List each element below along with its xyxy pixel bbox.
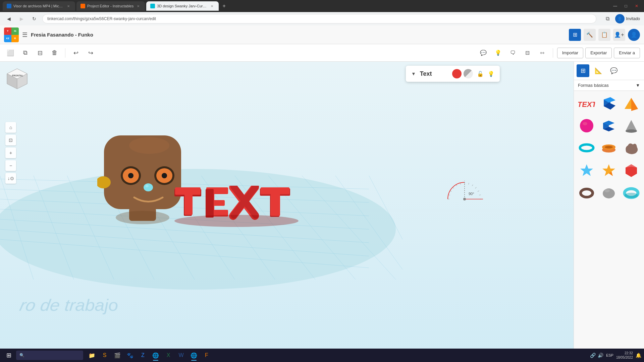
layers-button[interactable]: 📋 — [598, 29, 610, 41]
taskbar-search[interactable]: 🔍 — [16, 351, 83, 360]
network-icon[interactable]: 🔗 — [590, 353, 596, 358]
shape-pyramid[interactable] — [621, 94, 641, 114]
shape-star-3d[interactable] — [599, 160, 619, 180]
comment-button[interactable]: 💬 — [477, 47, 490, 59]
shapes-panel-button[interactable]: ⊞ — [577, 64, 589, 77]
logo-ke: KE — [4, 35, 11, 42]
category-dropdown-arrow[interactable]: ▼ — [636, 83, 640, 88]
taskbar-word[interactable]: W — [175, 349, 187, 361]
menu-icon[interactable]: ☰ — [22, 31, 28, 39]
toolbar-right: ⊞ 🔨 📋 👤+ 👤 — [569, 29, 640, 41]
export-button[interactable]: Exportar — [585, 48, 612, 58]
svg-line-60 — [472, 185, 473, 186]
shape-hexbox[interactable] — [621, 160, 641, 180]
tab-close-3[interactable]: ✕ — [209, 4, 215, 9]
forward-button[interactable]: ▶ — [17, 14, 26, 23]
light-button[interactable]: 💡 — [488, 71, 494, 77]
home-view-button[interactable]: ⌂ — [5, 122, 16, 133]
ruler-panel-button[interactable]: 📐 — [592, 64, 605, 77]
panel-collapse-button[interactable]: ▼ — [411, 71, 416, 76]
extensions-icon[interactable]: ⧉ — [603, 14, 612, 23]
shape-ring[interactable] — [599, 138, 619, 158]
shape-ring2[interactable] — [577, 182, 597, 202]
taskbar-app4[interactable]: 🐾 — [124, 349, 136, 361]
taskbar-media[interactable]: 🎬 — [111, 349, 123, 361]
taskbar-explorer[interactable]: 📁 — [86, 349, 98, 361]
solid-color-swatch[interactable] — [452, 69, 462, 78]
taskbar-chrome[interactable]: 🌐 — [150, 349, 162, 361]
shape-cone[interactable] — [621, 116, 641, 136]
view-cube-container[interactable]: FRONTAL — [5, 67, 29, 92]
chat-panel-button[interactable]: 💬 — [607, 64, 620, 77]
zoom-in-button[interactable]: + — [5, 147, 16, 158]
user-profile-avatar[interactable]: 👤 — [628, 29, 640, 41]
mirror-button[interactable]: ⇿ — [536, 47, 549, 59]
notification-icon[interactable]: 🔔 — [636, 353, 641, 358]
send-button[interactable]: Enviar a — [614, 48, 640, 58]
taskbar-excel[interactable]: X — [162, 349, 174, 361]
account-button[interactable]: 👤+ — [613, 29, 625, 41]
new-tab-button[interactable]: + — [220, 2, 228, 10]
back-button[interactable]: ◀ — [4, 14, 13, 23]
volume-icon[interactable]: 🔊 — [598, 353, 603, 358]
hole-color-swatch[interactable] — [464, 69, 473, 78]
taskbar-time-text: 22:32 — [625, 351, 633, 355]
view-cube[interactable]: FRONTAL — [5, 67, 29, 90]
taskbar-chrome2[interactable]: 🌐 — [188, 349, 200, 361]
logo-t: T — [4, 27, 11, 35]
delete-button[interactable]: 🗑 — [48, 47, 61, 59]
shape-text[interactable]: TEXT — [577, 94, 597, 114]
chat-button[interactable]: 🗨 — [506, 47, 519, 59]
svg-point-51 — [174, 215, 299, 227]
start-button[interactable]: ⊞ — [3, 349, 15, 361]
duplicate-button[interactable]: ⊟ — [34, 47, 46, 59]
taskbar-app5[interactable]: F — [201, 349, 213, 361]
svg-line-62 — [478, 191, 479, 192]
minimize-button[interactable]: — — [610, 1, 620, 11]
shape-cube[interactable] — [599, 116, 619, 136]
fit-view-button[interactable]: ⊡ — [5, 135, 16, 145]
close-button[interactable]: ✕ — [632, 1, 641, 11]
shape-torus2[interactable] — [621, 182, 641, 202]
rotation-indicator[interactable]: 90° — [444, 176, 485, 216]
url-input[interactable]: tinkercad.com/things/gzxa5wS6CER-swanky-… — [42, 14, 596, 23]
taskbar-sublime[interactable]: S — [99, 349, 111, 361]
svg-point-90 — [605, 146, 613, 148]
grid-view-button[interactable]: ⊞ — [569, 29, 581, 41]
text-3d-object[interactable] — [174, 186, 309, 246]
maximize-button[interactable]: □ — [621, 1, 631, 11]
create-shape-button[interactable]: ⬜ — [4, 47, 17, 59]
browser-tab-1[interactable]: Visor de archivos MP4 | Microsof... ✕ — [3, 1, 75, 11]
separator-2 — [553, 48, 553, 58]
svg-point-98 — [604, 189, 610, 192]
taskbar: ⊞ 🔍 📁 S 🎬 🐾 Z 🌐 X W 🌐 F 🔗 🔊 ESP 22:32 18… — [0, 349, 644, 362]
3d-viewport[interactable]: 90° FRONTAL ⌂ ⊡ + − ↓⊙ — [0, 62, 574, 362]
shape-bumpy[interactable] — [621, 138, 641, 158]
align-button[interactable]: ⊟ — [521, 47, 534, 59]
user-area[interactable]: 👤 Invitado — [615, 14, 640, 23]
shape-stone[interactable] — [599, 182, 619, 202]
import-button[interactable]: Importar — [557, 48, 583, 58]
shape-torus[interactable] — [577, 138, 597, 158]
redo-button[interactable]: ↪ — [84, 47, 97, 59]
tools-button[interactable]: 🔨 — [584, 29, 596, 41]
bulb-button[interactable]: 💡 — [492, 47, 504, 59]
tinkercad-logo[interactable]: T IN KE R — [4, 27, 19, 42]
lock-button[interactable]: 🔓 — [477, 71, 484, 77]
tab-close-2[interactable]: ✕ — [136, 4, 141, 9]
copy-button[interactable]: ⧉ — [19, 47, 32, 59]
shape-star-flat[interactable] — [577, 160, 597, 180]
shape-sphere[interactable] — [577, 116, 597, 136]
orient-button[interactable]: ↓⊙ — [5, 173, 16, 184]
browser-tab-3[interactable]: 3D design Swanky Jarv-Curcan | ✕ — [146, 1, 219, 11]
refresh-button[interactable]: ↻ — [30, 14, 39, 23]
zoom-out-button[interactable]: − — [5, 160, 16, 171]
tab-close-1[interactable]: ✕ — [66, 4, 71, 9]
taskbar-clock[interactable]: 22:32 18/05/2022 — [616, 351, 633, 360]
shape-box[interactable] — [599, 94, 619, 114]
address-bar: ◀ ▶ ↻ tinkercad.com/things/gzxa5wS6CER-s… — [0, 12, 644, 25]
undo-button[interactable]: ↩ — [69, 47, 82, 59]
taskbar-zoom[interactable]: Z — [137, 349, 149, 361]
svg-rect-42 — [206, 189, 214, 218]
browser-tab-2[interactable]: Project Editor - Instructables ✕ — [76, 1, 145, 11]
